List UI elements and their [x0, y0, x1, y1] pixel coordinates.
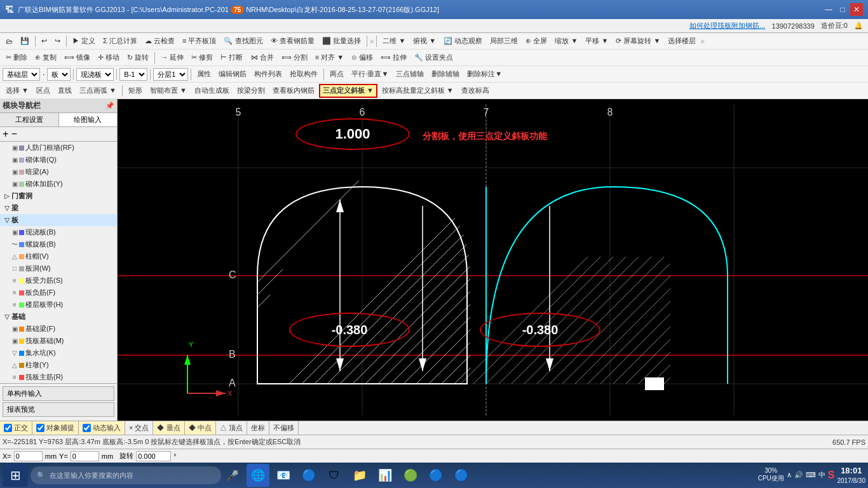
- tree-item-slab-tension[interactable]: ≡板受力筋(S): [0, 274, 117, 287]
- taskbar-search[interactable]: 🔍 在这里输入你要搜索的内容: [31, 466, 221, 484]
- x-input[interactable]: [14, 451, 43, 461]
- rect-btn[interactable]: 矩形: [125, 84, 146, 98]
- dynamic-checkbox[interactable]: [83, 424, 91, 432]
- view-steel-btn[interactable]: 👁 查看钢筋量: [268, 34, 318, 48]
- status-endpoint[interactable]: ◆ 垂点: [153, 421, 184, 435]
- taskbar-icon-stats[interactable]: 📊: [374, 464, 397, 487]
- help-link[interactable]: 如何处理筏板附加钢筋...: [689, 21, 765, 30]
- report-preview-btn[interactable]: 报表预览: [3, 402, 114, 417]
- rotate-btn[interactable]: ↻ 旋转: [124, 51, 152, 65]
- trim-btn[interactable]: ✂ 修剪: [188, 51, 216, 65]
- status-no-offset[interactable]: 不偏移: [269, 421, 299, 435]
- taskbar-icon-blue2[interactable]: 🔵: [450, 464, 473, 487]
- tree-item-raft-main[interactable]: ≡筏板主筋(R): [0, 371, 117, 383]
- arc-btn[interactable]: 三点画弧 ▼: [76, 84, 119, 98]
- three-axis-btn[interactable]: 三点辅轴: [393, 67, 427, 81]
- tree-item-renfang[interactable]: ▣人防门框墙(RF): [0, 142, 117, 154]
- tree-item-luoxuan[interactable]: 〜螺旋板(B): [0, 238, 117, 250]
- batch-select-btn[interactable]: ⬛ 批量选择: [319, 34, 364, 48]
- status-coord[interactable]: 坐标: [247, 421, 269, 435]
- canvas-area[interactable]: 5 6 7 8 C B A: [118, 99, 868, 421]
- parallel-btn[interactable]: 平行·垂直▼: [348, 67, 391, 81]
- tree-item-pit[interactable]: ▽集水坑(K): [0, 347, 117, 359]
- view-inner-steel-btn[interactable]: 查看板内钢筋: [269, 84, 318, 98]
- expand-icon[interactable]: ∧: [787, 471, 792, 479]
- smart-layout-btn[interactable]: 智能布置 ▼: [147, 84, 190, 98]
- tree-item-zhumu[interactable]: △柱帽(V): [0, 250, 117, 262]
- sidebar-pin[interactable]: 📌: [105, 102, 114, 110]
- tree-group-beam[interactable]: ▽梁: [0, 202, 117, 214]
- merge-btn[interactable]: ⋈ 合并: [248, 51, 277, 65]
- line-btn[interactable]: 直线: [55, 84, 75, 98]
- ortho-checkbox[interactable]: [4, 424, 12, 432]
- auto-gen-btn[interactable]: 自动生成板: [191, 84, 233, 98]
- close-button[interactable]: ✕: [850, 3, 863, 16]
- taskbar-icon-internet[interactable]: 🌐: [247, 464, 269, 487]
- delete-btn[interactable]: ✂ 删除: [3, 51, 31, 65]
- tree-item-anliang[interactable]: ▣暗梁(A): [0, 166, 117, 178]
- extend-btn[interactable]: → 延伸: [158, 51, 187, 65]
- tree-item-qitijin[interactable]: ▣砌体加筋(Y): [0, 178, 117, 190]
- tree-group-slab[interactable]: ▽板: [0, 214, 117, 226]
- tree-item-floor-band[interactable]: ≡楼层板带(H): [0, 299, 117, 311]
- taskbar-icon-green[interactable]: 🟢: [399, 464, 422, 487]
- status-vertex[interactable]: △ 顶点: [216, 421, 247, 435]
- tree-item-raft[interactable]: ▣筏板基础(M): [0, 335, 117, 347]
- nav-controls[interactable]: + −: [3, 128, 17, 140]
- divide-btn[interactable]: ⟺ 分割: [278, 51, 311, 65]
- tree-item-slab-neg[interactable]: ≡板负筋(F): [0, 287, 117, 299]
- minimize-button[interactable]: —: [822, 3, 835, 16]
- split-by-beam-btn[interactable]: 按梁分割: [234, 84, 268, 98]
- fullscreen-btn[interactable]: ⊕ 全屏: [522, 34, 550, 48]
- stretch-btn[interactable]: ⟺ 拉伸: [377, 51, 410, 65]
- top-view-btn[interactable]: 俯视 ▼: [410, 34, 439, 48]
- snap-checkbox[interactable]: [36, 424, 44, 432]
- three-pt-slope-btn[interactable]: 三点定义斜板 ▼: [319, 84, 377, 98]
- undo-btn[interactable]: ↩: [38, 34, 50, 48]
- nav-project-settings[interactable]: 工程设置: [0, 113, 59, 126]
- volume-icon[interactable]: 🔊: [794, 471, 803, 479]
- edit-height-btn[interactable]: 查改标高: [458, 84, 492, 98]
- calc-btn[interactable]: Σ 汇总计算: [100, 34, 140, 48]
- 2d-view-btn[interactable]: 二维 ▼: [379, 34, 409, 48]
- status-ortho[interactable]: 正交: [0, 421, 32, 435]
- layer-select[interactable]: 基础层: [3, 68, 40, 81]
- local-3d-btn[interactable]: 局部三维: [487, 34, 521, 48]
- property-btn[interactable]: 属性: [194, 67, 214, 81]
- maximize-button[interactable]: □: [836, 3, 849, 16]
- status-dynamic-input[interactable]: 动态输入: [79, 421, 125, 435]
- cloud-check-btn[interactable]: ☁ 云检查: [142, 34, 178, 48]
- open-btn[interactable]: 🗁: [3, 34, 16, 48]
- type-select[interactable]: 板: [47, 68, 71, 81]
- align-top-btn[interactable]: ≡ 平齐板顶: [179, 34, 219, 48]
- two-points-btn[interactable]: 两点: [327, 67, 347, 81]
- tree-group-foundation[interactable]: ▽基础: [0, 311, 117, 323]
- tree-item-xianjiao[interactable]: ▣现浇板(B): [0, 226, 117, 238]
- tree-item-foundation-beam[interactable]: ▣基础梁(F): [0, 323, 117, 335]
- rotate-input[interactable]: [136, 451, 171, 461]
- align-btn[interactable]: ≡ 对齐 ▼: [312, 51, 347, 65]
- mic-icon[interactable]: 🎤: [226, 470, 239, 482]
- del-mark-btn[interactable]: 删除标注▼: [464, 67, 505, 81]
- notification-icon[interactable]: 🔔: [854, 22, 863, 30]
- set-grip-btn[interactable]: 🔧 设置夹点: [411, 51, 456, 65]
- status-snap[interactable]: 对象捕提: [32, 421, 79, 435]
- taskbar-icon-edge[interactable]: 🔵: [297, 464, 320, 487]
- dynamic-view-btn[interactable]: 🔄 动态观察: [440, 34, 485, 48]
- taskbar-icon-blue1[interactable]: 🔵: [424, 464, 447, 487]
- zoom-btn[interactable]: 缩放 ▼: [552, 34, 581, 48]
- board-type-select[interactable]: 现浇板: [76, 68, 114, 81]
- offset-btn[interactable]: ⊙ 偏移: [348, 51, 376, 65]
- zone-pt-btn[interactable]: 区点: [33, 84, 53, 98]
- taskbar-icon-email[interactable]: 📧: [272, 464, 295, 487]
- floor-select[interactable]: 分层1: [153, 68, 188, 81]
- status-intersection[interactable]: × 交点: [125, 421, 153, 435]
- copy-btn[interactable]: ⊕ 复制: [32, 51, 60, 65]
- save-btn[interactable]: 💾: [17, 34, 32, 48]
- find-element-btn[interactable]: 🔍 查找图元: [220, 34, 266, 48]
- taskbar-icon-shield[interactable]: 🛡: [323, 464, 346, 487]
- grab-element-btn[interactable]: 抢取构件: [287, 67, 321, 81]
- del-aux-btn[interactable]: 删除辅轴: [428, 67, 463, 81]
- move-btn[interactable]: ✛ 移动: [95, 51, 123, 65]
- element-list-btn[interactable]: 构件列表: [251, 67, 285, 81]
